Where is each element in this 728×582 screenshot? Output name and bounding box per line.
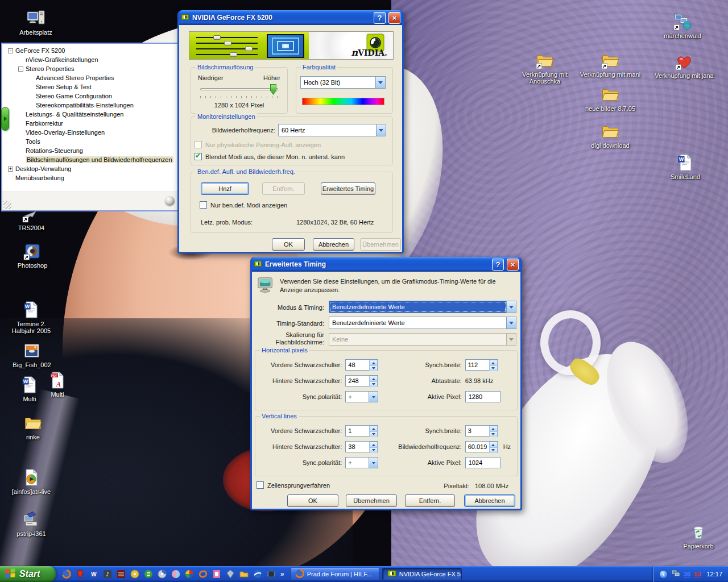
quicklaunch-folder-icon[interactable] [239,569,249,579]
spin-up-icon[interactable] [489,442,497,447]
v-hintere-schwarzschulter-spinner[interactable]: 38 [345,441,378,452]
tree-item-video-overlay-einstellungen[interactable]: Video-Overlay-Einstellungen [2,128,181,137]
timing-standard-select[interactable]: Benutzerdefninierte Werte [329,317,516,329]
desktop-icon-pstrip-i361[interactable]: pstrip-i361 [0,509,65,537]
tree-item-stereokompatibilitäts-einstellungen[interactable]: Stereokompatibilitäts-Einstellungen [2,101,181,110]
h-aktive-pixel-field[interactable]: 1280 [465,391,500,402]
desktop-icon--ainfos-atr-live[interactable]: [ainfos]atr-live [0,467,65,495]
desktop-icon-big-fish-002[interactable]: Big_Fish_002 [0,340,65,368]
quicklaunch-chart-icon[interactable] [171,569,180,579]
resolution-slider[interactable] [200,88,278,90]
panel-slide-handle[interactable] [1,107,9,131]
tree-item-farbkorrektur[interactable]: Farbkorrektur [2,119,181,128]
taskbar-window-nvidia[interactable]: NVIDIA GeForce FX 5... [382,568,462,580]
spin-down-icon[interactable] [369,431,378,437]
spin-down-icon[interactable] [489,447,497,453]
desktop-icon-arbeitsplatz[interactable]: Arbeitsplatz [2,8,69,36]
spin-up-icon[interactable] [369,442,378,447]
chevron-down-icon[interactable] [369,458,378,468]
tree-item-desktop-verwaltung[interactable]: +Desktop-Verwaltung [2,164,181,173]
spin-down-icon[interactable] [369,381,378,387]
nvidia-sphere-icon[interactable] [165,196,175,206]
desktop-icon-verknüpfung-mit-mani[interactable]: Verknüpfung mit mani [577,50,644,78]
apply-button[interactable]: Übernehmen [346,494,397,507]
desktop-icon-verknüpfung-mit-jana[interactable]: Verknüpfung mit jana [651,51,718,79]
only-custom-checkbox-row[interactable]: Nur ben.def. Modi anzeigen [200,201,287,209]
quicklaunch-gem-icon[interactable] [225,569,235,579]
tree-item-nview-grafikeinstellungen[interactable]: nView-Grafikeinstellungen [2,55,181,64]
start-button[interactable]: Start [0,566,56,582]
taskbar-window-firefox[interactable]: Prad.de Forum | HILF... [290,568,380,580]
quicklaunch-cd-icon[interactable] [130,569,139,579]
hide-modes-checkbox-row[interactable]: Blendet Modi aus, die dieser Mon. n. unt… [195,153,345,160]
chevron-down-icon[interactable] [376,124,386,136]
mode-timing-select[interactable]: Benutzerdefninierte Werte [329,301,516,313]
v-bildwiederholfrequenz-spinner[interactable]: 60.019 [465,441,498,452]
desktop-icon-märchenwald[interactable]: märchenwald [649,11,716,39]
spin-up-icon[interactable] [489,360,498,365]
only-custom-checkbox[interactable] [200,201,207,209]
tree-item-menübearbeitung[interactable]: Menübearbeitung [2,173,181,182]
panning-checkbox[interactable] [195,141,202,148]
close-button[interactable]: × [507,259,519,271]
temperature-monitor-blue[interactable]: 36 [684,571,690,577]
chevron-down-icon[interactable] [375,77,385,88]
help-button[interactable]: ? [492,259,504,271]
color-quality-select[interactable]: Hoch (32 Bit) [300,76,386,89]
chevron-down-icon[interactable] [506,317,516,329]
tree-item-advanced-stereo-properties[interactable]: Advanced Stereo Properties [2,73,181,82]
quicklaunch-balloon-icon[interactable] [75,569,85,579]
desktop-icon-papierkorb[interactable]: Papierkorb [665,522,728,550]
collapse-expander-icon[interactable]: - [8,48,13,53]
resolution-slider-thumb[interactable] [270,84,276,95]
tree-item-leistungs-qualitätseinstellungen[interactable]: Leistungs- & Qualitätseinstellungen [2,110,181,119]
help-button[interactable]: ? [374,12,386,24]
quicklaunch-music-icon[interactable]: ♪ [102,569,112,579]
h-synch-breite-spinner[interactable]: 112 [465,359,498,371]
network-tray-icon[interactable] [671,569,680,579]
resize-grip[interactable] [3,201,11,209]
quicklaunch-sync-icon[interactable] [143,569,153,579]
refresh-rate-select[interactable]: 60 Hertz [278,124,386,136]
close-button[interactable]: × [388,12,400,24]
temperature-monitor-red[interactable]: 53 [694,571,701,577]
tree-item-stereo-setup-test[interactable]: Stereo Setup & Test [2,82,181,92]
spin-down-icon[interactable] [369,447,378,453]
chevron-down-icon[interactable] [506,334,516,345]
tree-item-geforce-fx-5200[interactable]: -GeForce FX 5200 [2,46,181,55]
quicklaunch-word-icon[interactable]: W [89,569,98,579]
desktop-icon-smileland[interactable]: WSmileLand [652,152,719,180]
quicklaunch-cd-burner-icon[interactable] [157,569,167,579]
desktop-icon-verknüpfung-mit-anouschka[interactable]: Verknüpfung mit Anouschka [519,50,571,85]
advanced-timing-button[interactable]: Erweitertes Timing [321,182,375,195]
spin-up-icon[interactable] [369,376,378,381]
tray-collapse-button[interactable]: ‹ [659,570,668,579]
tree-item-bildschirmauflösungen-und-bildwiederholf[interactable]: Bildschirmauflösungen und Bildwiederholf… [2,155,181,164]
collapse-expander-icon[interactable]: - [18,66,23,72]
spin-down-icon[interactable] [489,431,498,437]
desktop-icon-rinke[interactable]: rinke [0,413,67,440]
quick-launch-overflow-chevron[interactable]: » [279,570,286,578]
v-aktive-pixel-field[interactable]: 1024 [465,457,500,468]
tree-item-stereo-game-configuration[interactable]: Stereo Game Configuration [2,92,181,101]
apply-button[interactable]: Übernehmen [360,238,401,251]
spin-up-icon[interactable] [369,426,378,431]
remove-button[interactable]: Entfern. [262,182,305,195]
quicklaunch-globe-icon[interactable] [253,569,262,579]
quicklaunch-chip-icon[interactable] [266,569,276,579]
v-synch-breite-spinner[interactable]: 3 [465,425,498,436]
cancel-button[interactable]: Abbrechen [464,494,515,507]
desktop-icon-photoshop[interactable]: Photoshop [0,241,66,269]
spin-down-icon[interactable] [369,365,378,371]
chevron-down-icon[interactable] [506,301,516,313]
remove-button[interactable]: Entfern. [405,494,455,507]
h-sync-polaritaet-select[interactable]: + [345,391,378,402]
quicklaunch-strings-icon[interactable] [116,569,126,579]
desktop-icon-termine-2-halbjahr-2005[interactable]: WTermine 2. Halbjahr 2005 [5,300,57,334]
quicklaunch-ring-icon[interactable] [198,569,208,579]
v-vordere-schwarzschulter-spinner[interactable]: 1 [345,425,378,436]
cancel-button[interactable]: Abbrechen [313,238,354,251]
expand-expander-icon[interactable]: + [8,167,13,172]
ok-button[interactable]: OK [272,238,305,251]
interlace-checkbox[interactable] [257,481,264,489]
